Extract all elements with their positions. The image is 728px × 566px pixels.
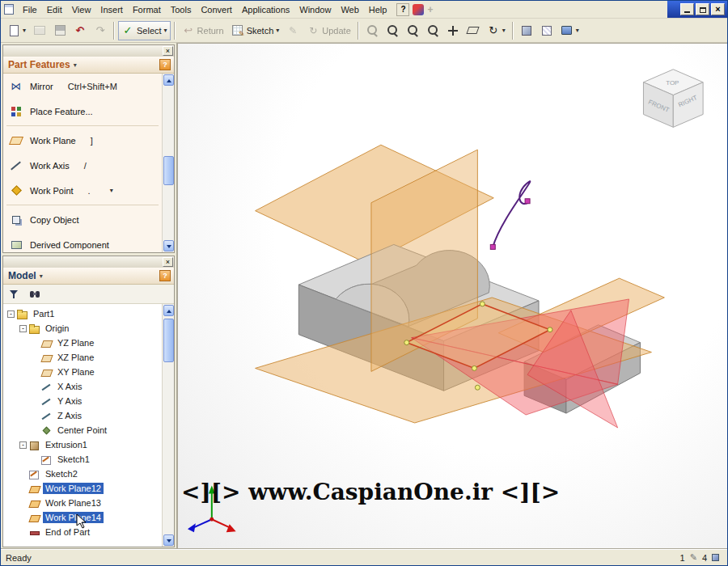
tree-item-yz-plane[interactable]: YZ Plane [3, 336, 162, 350]
flyout-arrow-icon[interactable]: ▾ [110, 187, 113, 194]
feature-item-derived-component[interactable]: Derived Component [3, 232, 162, 252]
scroll-up-button[interactable] [163, 74, 174, 86]
model-title[interactable]: Model ▾ [8, 270, 43, 281]
model-close-button[interactable]: × [163, 257, 173, 267]
tree-item-end-of-part[interactable]: End of Part [3, 525, 162, 539]
feature-item-work-plane[interactable]: Work Plane] [3, 128, 162, 153]
panel-grip[interactable]: × [3, 256, 174, 268]
scroll-up-button[interactable] [163, 305, 174, 316]
zoom-selected-button[interactable] [423, 21, 442, 40]
tree-item-center-point[interactable]: Center Point [3, 423, 162, 437]
tree-item-z-axis[interactable]: Z Axis [3, 408, 162, 423]
tree-item-label[interactable]: Origin [43, 323, 71, 334]
view-cube[interactable]: TOP FRONT RIGHT [643, 70, 703, 128]
display-wireframe-button[interactable] [537, 21, 557, 40]
viewport-3d[interactable]: TOP FRONT RIGHT <][> www.CaspianOne.ir <… [177, 43, 727, 549]
feature-item-work-point[interactable]: Work Point.▾ [3, 178, 162, 203]
tree-item-x-axis[interactable]: X Axis [3, 379, 162, 394]
tree-item-label[interactable]: Center Point [55, 424, 109, 436]
help-button[interactable]: ? [396, 3, 409, 16]
menu-applications[interactable]: Applications [237, 3, 294, 16]
menu-window[interactable]: Window [294, 3, 336, 16]
scroll-down-button[interactable] [163, 240, 174, 251]
menu-convert[interactable]: Convert [196, 3, 237, 16]
sketch-button[interactable]: Sketch▾ [228, 21, 283, 40]
model-help-button[interactable]: ? [159, 270, 171, 281]
tree-item-label[interactable]: Work Plane13 [43, 497, 104, 509]
feature-item-mirror[interactable]: MirrorCtrl+Shift+M [3, 74, 162, 99]
tree-item-label[interactable]: Work Plane14 [43, 512, 104, 523]
find-icon[interactable] [29, 288, 42, 301]
scroll-thumb[interactable] [163, 156, 174, 185]
part-features-scrollbar[interactable] [162, 74, 174, 252]
tree-item-origin[interactable]: -Origin [3, 321, 162, 336]
undo-button[interactable] [70, 21, 90, 40]
camera-view-button[interactable]: ▾ [557, 21, 582, 40]
tree-item-y-axis[interactable]: Y Axis [3, 394, 162, 408]
menu-view[interactable]: View [67, 3, 96, 16]
minimize-button[interactable] [680, 3, 694, 15]
filter-icon[interactable] [8, 288, 21, 301]
tree-item-label[interactable]: YZ Plane [55, 337, 96, 348]
select-button[interactable]: Select▾ [118, 21, 171, 40]
part-features-help-button[interactable]: ? [159, 59, 171, 70]
menu-help[interactable]: Help [364, 3, 392, 16]
dropdown-arrow-icon[interactable]: ▾ [164, 27, 167, 34]
tree-item-part1[interactable]: -Part1 [3, 306, 162, 321]
assistant-icon[interactable] [413, 4, 424, 15]
tree-item-work-plane13[interactable]: Work Plane13 [3, 496, 162, 510]
viewcube-top-label[interactable]: TOP [666, 79, 679, 87]
tree-item-sketch2[interactable]: Sketch2 [3, 467, 162, 481]
zoom-window-button[interactable] [383, 21, 402, 40]
feature-item-place-feature[interactable]: Place Feature... [3, 99, 162, 124]
tree-item-label[interactable]: X Axis [55, 381, 85, 392]
close-button[interactable]: × [711, 3, 725, 15]
dropdown-arrow-icon[interactable]: ▾ [502, 27, 506, 34]
spline-curve[interactable] [490, 181, 530, 249]
spline-control-point[interactable] [525, 199, 530, 204]
tree-expander-icon[interactable]: - [7, 310, 15, 318]
new-document-button[interactable]: ▾ [4, 21, 29, 40]
tree-item-label[interactable]: Work Plane12 [43, 483, 104, 494]
feature-item-copy-object[interactable]: Copy Object [3, 207, 162, 232]
dropdown-arrow-icon[interactable]: ▾ [276, 27, 279, 34]
dropdown-arrow-icon[interactable]: ▾ [576, 27, 579, 34]
spline-control-point[interactable] [490, 244, 495, 249]
tree-item-sketch1[interactable]: Sketch1 [3, 452, 162, 467]
tree-item-label[interactable]: Y Axis [55, 395, 84, 407]
menu-insert[interactable]: Insert [95, 3, 128, 16]
menu-format[interactable]: Format [128, 3, 166, 16]
tree-item-label[interactable]: Sketch2 [43, 468, 80, 479]
restore-button[interactable] [696, 3, 709, 15]
tree-item-work-plane12[interactable]: Work Plane12 [3, 481, 162, 496]
pan-button[interactable] [443, 21, 463, 40]
tree-item-label[interactable]: End of Part [43, 526, 92, 538]
tree-expander-icon[interactable]: - [19, 441, 27, 449]
tree-expander-icon[interactable]: - [19, 325, 27, 332]
panel-grip[interactable]: × [3, 45, 174, 57]
scroll-down-button[interactable] [163, 534, 174, 546]
scroll-thumb[interactable] [163, 319, 174, 362]
tree-item-label[interactable]: XZ Plane [55, 352, 96, 363]
part-features-title[interactable]: Part Features ▾ [8, 59, 77, 70]
zoom-button[interactable] [403, 21, 422, 40]
feature-item-work-axis[interactable]: Work Axis/ [3, 153, 162, 178]
tree-item-label[interactable]: Z Axis [55, 410, 84, 421]
tree-item-label[interactable]: Extrusion1 [43, 439, 90, 450]
tree-item-work-plane14[interactable]: Work Plane14 [3, 510, 162, 525]
look-at-button[interactable] [463, 21, 483, 40]
menu-file[interactable]: File [18, 3, 42, 16]
tree-item-label[interactable]: Part1 [31, 308, 57, 319]
tree-item-xy-plane[interactable]: XY Plane [3, 365, 162, 379]
part-features-close-button[interactable]: × [163, 46, 173, 56]
model-scrollbar[interactable] [162, 304, 174, 547]
tree-item-label[interactable]: XY Plane [55, 366, 97, 378]
rotate-button[interactable]: ▾ [484, 21, 509, 40]
menu-tools[interactable]: Tools [166, 3, 197, 16]
dropdown-arrow-icon[interactable]: ▾ [23, 27, 26, 34]
menu-edit[interactable]: Edit [42, 3, 67, 16]
menu-web[interactable]: Web [336, 3, 363, 16]
tree-item-xz-plane[interactable]: XZ Plane [3, 350, 162, 365]
display-shaded-button[interactable] [517, 21, 536, 40]
tree-item-label[interactable]: Sketch1 [55, 454, 92, 465]
